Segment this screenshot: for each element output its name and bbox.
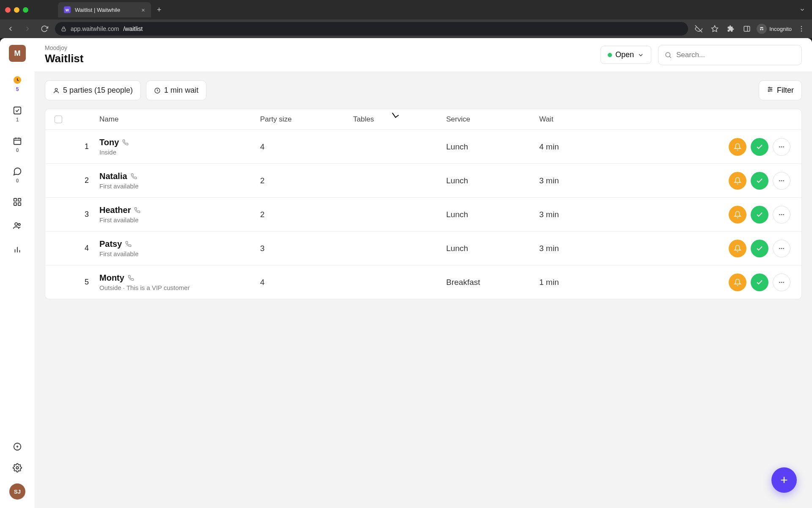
back-button[interactable] [4, 22, 17, 35]
wait-pill[interactable]: 1 min wait [146, 80, 206, 100]
svg-point-51 [781, 282, 782, 283]
row-number: 1 [74, 142, 99, 151]
notify-button[interactable] [729, 240, 746, 257]
incognito-indicator[interactable]: Incognito [757, 24, 792, 34]
incognito-label: Incognito [769, 26, 792, 32]
svg-point-9 [801, 30, 802, 31]
check-icon [756, 177, 763, 185]
service-cell: Breakfast [446, 278, 539, 287]
sidebar-item-messages[interactable]: 0 [12, 166, 23, 184]
svg-point-6 [762, 29, 764, 30]
party-name: Patsy [99, 239, 122, 249]
col-party-size[interactable]: Party size [260, 115, 353, 124]
url-path: /waitlist [123, 25, 143, 32]
wait-cell: 4 min [539, 142, 649, 152]
party-name: Heather [99, 205, 131, 215]
svg-point-36 [771, 89, 772, 90]
table-row[interactable]: 4 Patsy First available 3 Lunch 3 min [45, 232, 801, 265]
col-tables[interactable]: Tables [353, 115, 446, 124]
svg-point-35 [769, 87, 770, 88]
svg-point-43 [783, 180, 784, 181]
parties-pill[interactable]: 5 parties (15 people) [45, 80, 141, 100]
sidebar-item-power[interactable] [12, 441, 23, 452]
avatar-initials: SJ [14, 489, 21, 495]
sidebar-item-team[interactable] [12, 220, 23, 231]
table-row[interactable]: 5 Monty Outside · This is a VIP customer… [45, 265, 801, 299]
sidebar-item-waitlist[interactable]: 5 [12, 75, 23, 92]
svg-marker-26 [16, 444, 19, 448]
tab-title: Waitlist | Waitwhile [75, 7, 120, 13]
parties-text: 5 parties (15 people) [63, 86, 133, 95]
sidebar-item-served[interactable]: 1 [12, 105, 23, 123]
service-cell: Lunch [446, 142, 539, 152]
extensions-icon[interactable] [724, 22, 737, 35]
sidebar-item-apps[interactable] [12, 196, 23, 207]
sliders-icon [767, 86, 774, 93]
more-button[interactable] [773, 172, 790, 190]
notify-button[interactable] [729, 172, 746, 190]
notify-button[interactable] [729, 273, 746, 291]
browser-toolbar: app.waitwhile.com/waitlist Incognito [0, 19, 812, 38]
users-icon [12, 220, 23, 231]
col-name[interactable]: Name [99, 115, 260, 124]
status-dropdown[interactable]: Open [601, 46, 651, 64]
col-service[interactable]: Service [446, 115, 539, 124]
org-badge[interactable]: M [9, 45, 26, 62]
serve-button[interactable] [751, 172, 768, 190]
filter-button[interactable]: Filter [759, 80, 802, 100]
window-minimize-button[interactable] [14, 7, 19, 13]
tab-close-button[interactable]: × [141, 6, 145, 14]
serve-button[interactable] [751, 240, 768, 257]
new-tab-button[interactable]: + [157, 6, 162, 14]
incognito-icon [757, 24, 767, 34]
name-cell: Natalia First available [99, 171, 260, 190]
lock-icon [61, 26, 66, 32]
user-avatar[interactable]: SJ [9, 483, 25, 500]
svg-point-42 [781, 180, 782, 181]
forward-button[interactable] [21, 22, 34, 35]
svg-point-30 [55, 88, 57, 90]
more-button[interactable] [773, 273, 790, 291]
add-party-fab[interactable]: + [771, 467, 797, 493]
eye-off-icon[interactable] [692, 22, 705, 35]
party-name: Natalia [99, 171, 127, 181]
serve-button[interactable] [751, 138, 768, 156]
more-icon [778, 177, 785, 185]
tabs-overflow-button[interactable] [799, 7, 805, 13]
table-row[interactable]: 2 Natalia First available 2 Lunch 3 min [45, 164, 801, 198]
browser-menu-button[interactable] [795, 22, 808, 35]
row-actions [649, 273, 798, 291]
svg-point-27 [16, 467, 19, 469]
wait-text: 1 min wait [164, 86, 198, 95]
table-row[interactable]: 1 Tony Inside 4 Lunch 4 min [45, 130, 801, 164]
bookmark-star-icon[interactable] [708, 22, 721, 35]
toolbar-right: Incognito [692, 22, 808, 35]
party-size: 4 [260, 278, 353, 287]
more-icon [778, 143, 785, 151]
col-wait[interactable]: Wait [539, 115, 649, 124]
search-input[interactable] [676, 51, 796, 59]
reload-button[interactable] [38, 22, 51, 35]
more-button[interactable] [773, 138, 790, 156]
svg-point-45 [781, 214, 782, 215]
notify-button[interactable] [729, 138, 746, 156]
browser-tab-active[interactable]: w Waitlist | Waitwhile × [58, 2, 151, 17]
search-box[interactable] [658, 45, 802, 65]
window-maximize-button[interactable] [23, 7, 28, 13]
sidebar: M 5 1 0 0 [0, 38, 35, 508]
table-row[interactable]: 3 Heather First available 2 Lunch 3 min [45, 198, 801, 232]
more-button[interactable] [773, 240, 790, 257]
panel-icon[interactable] [741, 22, 753, 35]
serve-button[interactable] [751, 273, 768, 291]
notify-button[interactable] [729, 206, 746, 224]
sidebar-item-calendar[interactable]: 0 [12, 135, 23, 153]
serve-button[interactable] [751, 206, 768, 224]
sidebar-item-settings[interactable] [12, 462, 23, 473]
sidebar-item-analytics[interactable] [12, 244, 23, 255]
org-initial: M [14, 49, 21, 58]
more-button[interactable] [773, 206, 790, 224]
window-close-button[interactable] [5, 7, 11, 13]
address-bar[interactable]: app.waitwhile.com/waitlist [55, 22, 688, 36]
select-all-checkbox[interactable] [55, 116, 62, 123]
svg-point-7 [801, 26, 802, 27]
